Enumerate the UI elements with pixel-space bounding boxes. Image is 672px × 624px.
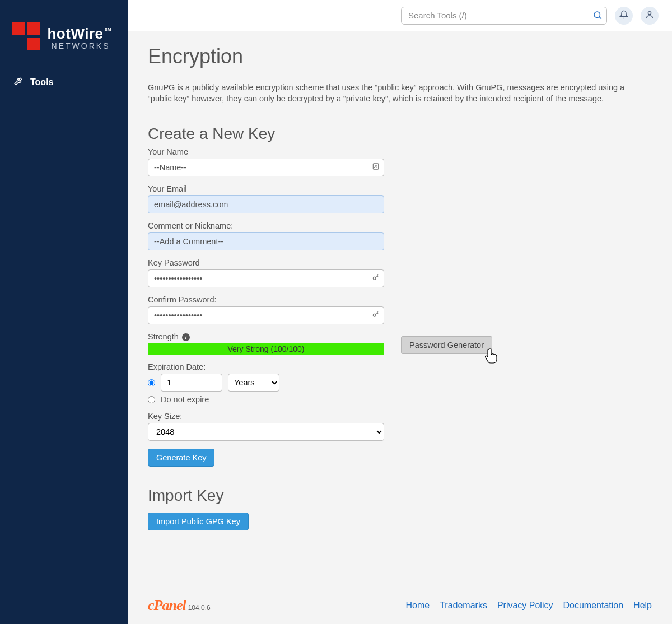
cpanel-logo: cPanel xyxy=(148,597,186,614)
import-public-key-button[interactable]: Import Public GPG Key xyxy=(148,513,249,530)
footer-link-privacy[interactable]: Privacy Policy xyxy=(497,600,553,611)
bell-icon xyxy=(619,10,628,21)
svg-rect-2 xyxy=(27,38,40,50)
expiration-label: Expiration Date: xyxy=(148,362,652,371)
expiration-unit-select[interactable]: Years xyxy=(228,374,279,392)
user-icon xyxy=(645,10,654,21)
tools-icon xyxy=(13,76,24,89)
confirm-password-label: Confirm Password: xyxy=(148,295,652,304)
generate-key-button[interactable]: Generate Key xyxy=(148,449,214,467)
cursor-hand-icon xyxy=(484,347,498,366)
search-input[interactable] xyxy=(401,7,607,25)
notifications-button[interactable] xyxy=(615,7,633,25)
sidebar-item-tools[interactable]: Tools xyxy=(0,69,128,95)
main-area: Encryption GnuPG is a publicly available… xyxy=(128,0,672,624)
email-input[interactable] xyxy=(148,195,384,213)
email-label: Your Email xyxy=(148,184,652,193)
comment-label: Comment or Nickname: xyxy=(148,221,652,230)
expiration-radio-date[interactable] xyxy=(148,379,155,386)
expiration-radio-never[interactable] xyxy=(148,396,155,403)
brand-tagline: NETWORKS xyxy=(47,41,110,50)
confirm-password-input[interactable] xyxy=(148,306,384,324)
expiration-value-input[interactable] xyxy=(161,374,222,392)
version-text: 104.0.6 xyxy=(188,604,211,612)
key-password-label: Key Password xyxy=(148,258,652,267)
key-size-select[interactable]: 2048 xyxy=(148,423,384,441)
search-icon xyxy=(592,10,603,22)
key-icon xyxy=(372,273,380,283)
svg-line-3 xyxy=(20,78,22,80)
strength-label: Strength i xyxy=(148,332,384,342)
footer-link-home[interactable]: Home xyxy=(405,600,430,611)
svg-point-4 xyxy=(594,12,600,18)
password-generator-button[interactable]: Password Generator xyxy=(401,336,492,354)
topbar xyxy=(128,0,672,31)
page-title: Encryption xyxy=(148,45,652,68)
logo-mark-icon xyxy=(12,22,40,53)
name-label: Your Name xyxy=(148,147,652,156)
svg-point-6 xyxy=(648,11,651,14)
key-size-label: Key Size: xyxy=(148,412,652,421)
do-not-expire-label: Do not expire xyxy=(161,395,209,404)
footer: cPanel 104.0.6 Home Trademarks Privacy P… xyxy=(128,594,672,624)
footer-link-documentation[interactable]: Documentation xyxy=(563,600,623,611)
svg-point-8 xyxy=(375,165,376,166)
brand-sm: SM xyxy=(105,27,111,32)
svg-rect-0 xyxy=(12,22,25,35)
comment-input[interactable] xyxy=(148,232,384,250)
create-key-heading: Create a New Key xyxy=(148,125,652,143)
footer-link-help[interactable]: Help xyxy=(633,600,652,611)
info-icon[interactable]: i xyxy=(182,333,190,341)
brand-logo: hotWireSM NETWORKS xyxy=(0,0,128,69)
name-input[interactable] xyxy=(148,159,384,176)
svg-line-5 xyxy=(599,17,601,18)
key-password-input[interactable] xyxy=(148,269,384,287)
svg-rect-1 xyxy=(27,22,40,35)
sidebar: hotWireSM NETWORKS Tools xyxy=(0,0,128,624)
footer-links: Home Trademarks Privacy Policy Documenta… xyxy=(405,600,652,611)
import-key-heading: Import Key xyxy=(148,487,652,505)
page-description: GnuPG is a publicly available encryption… xyxy=(148,82,629,105)
sidebar-item-label: Tools xyxy=(30,77,53,87)
footer-link-trademarks[interactable]: Trademarks xyxy=(440,600,487,611)
content: Encryption GnuPG is a publicly available… xyxy=(128,31,672,594)
search-wrap xyxy=(401,7,607,25)
key-icon xyxy=(372,310,380,320)
brand-name: hotWire xyxy=(47,25,103,42)
user-button[interactable] xyxy=(641,7,659,25)
strength-bar: Very Strong (100/100) xyxy=(148,343,384,355)
contact-card-icon xyxy=(372,162,380,173)
